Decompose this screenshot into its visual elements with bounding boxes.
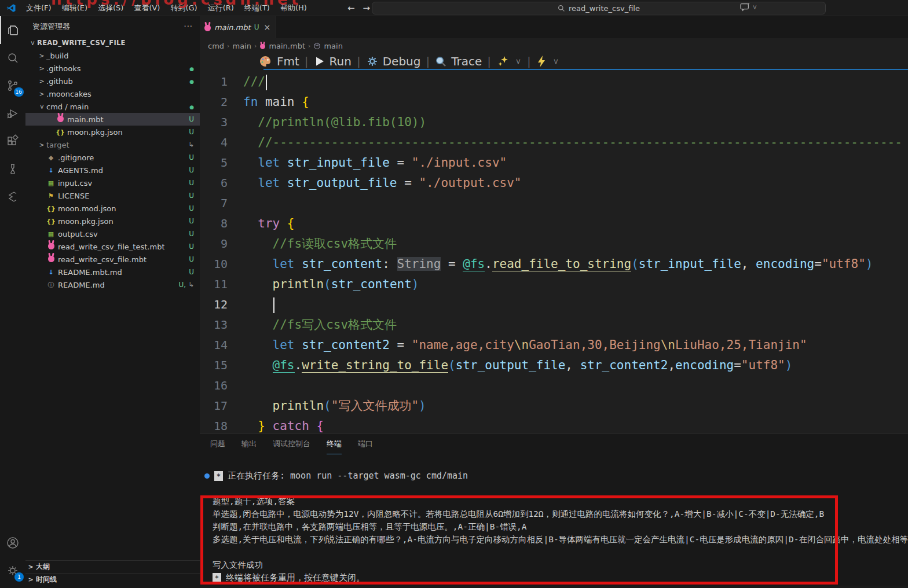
copilot-chat-icon[interactable]: [740, 2, 750, 12]
panel-tab-端口[interactable]: 端口: [358, 433, 373, 454]
search-view-icon[interactable]: [0, 44, 25, 72]
git-modified-dot-icon: ●: [189, 104, 194, 110]
menu-item[interactable]: 运行(R): [203, 3, 239, 12]
account-icon[interactable]: [0, 529, 25, 557]
file-row[interactable]: ◆.gitignoreU: [25, 151, 200, 164]
file-row[interactable]: ↓AGENTS.mdU: [25, 164, 200, 177]
chevron-right-icon[interactable]: >: [37, 90, 46, 98]
run-label: Run: [329, 54, 352, 68]
rabbit-file-icon: [46, 255, 56, 263]
quick-actions-button[interactable]: >: [536, 55, 559, 68]
run-debug-icon[interactable]: [0, 100, 25, 127]
code-line[interactable]: 14 let str_content2 = "name,age,city\nGa…: [200, 335, 908, 355]
terminal-line: 写入文件成功: [213, 558, 908, 571]
file-row[interactable]: >.github●: [25, 75, 200, 87]
source-control-icon[interactable]: 16: [0, 72, 25, 100]
code-line[interactable]: 16: [200, 376, 908, 396]
chevron-right-icon[interactable]: >: [37, 141, 46, 149]
breadcrumb-main-folder[interactable]: main: [232, 42, 251, 50]
nav-back-icon[interactable]: ←: [347, 3, 355, 13]
chevron-down-icon[interactable]: >: [38, 102, 46, 111]
code-line[interactable]: 15 @fs.write_string_to_file(str_output_f…: [200, 355, 908, 376]
file-row[interactable]: >_build: [25, 49, 200, 62]
run-button[interactable]: Run: [314, 54, 352, 68]
code-line[interactable]: 7: [200, 193, 908, 214]
outline-section[interactable]: > 大纲: [25, 560, 200, 573]
panel-tab-终端[interactable]: 终端: [327, 433, 342, 454]
code-editor[interactable]: 1///2fn main {3 //println(@lib.fib(10))4…: [200, 69, 908, 434]
code-text: } catch {: [243, 416, 324, 434]
explorer-more-actions-icon[interactable]: ···: [184, 22, 193, 31]
panel-tab-调试控制台[interactable]: 调试控制台: [273, 433, 310, 454]
file-row[interactable]: main.mbtU: [25, 113, 200, 126]
testing-icon[interactable]: [0, 155, 25, 183]
ai-actions-button[interactable]: >: [496, 54, 522, 68]
explorer-icon[interactable]: [0, 16, 25, 44]
file-row[interactable]: ▦input.csvU: [25, 177, 200, 189]
menu-item[interactable]: 文件(F): [21, 3, 57, 12]
menu-item[interactable]: 查看(V): [129, 3, 165, 12]
file-tree-root[interactable]: >READ_WRITE_CSV_FILE: [25, 36, 200, 49]
chevron-right-icon[interactable]: >: [37, 78, 46, 85]
chevron-right-icon[interactable]: >: [37, 65, 46, 72]
menu-item[interactable]: 转到(G): [165, 3, 202, 12]
extensions-icon[interactable]: [0, 127, 25, 155]
code-line[interactable]: 4 //------------------------------------…: [200, 133, 908, 153]
code-line[interactable]: 5 let str_input_file = "./input.csv": [200, 153, 908, 173]
breadcrumb-symbol[interactable]: main: [324, 42, 342, 50]
copilot-chevron-icon[interactable]: >: [751, 4, 759, 9]
line-number: 16: [200, 376, 243, 396]
settings-gear-icon[interactable]: 1: [0, 557, 25, 585]
chevron-right-icon[interactable]: >: [37, 52, 46, 60]
trace-button[interactable]: Trace: [435, 54, 482, 68]
file-row[interactable]: ⓘREADME.mdU, ↳: [25, 278, 200, 291]
code-line[interactable]: 11 println(str_content): [200, 274, 908, 295]
task-line: 正在执行任务: moon run --target wasm-gc cmd/ma…: [228, 471, 468, 482]
debug-gear-icon: [366, 55, 379, 68]
code-line[interactable]: 8 try {: [200, 214, 908, 234]
file-row[interactable]: read_write_csv_file.mbtU: [25, 253, 200, 266]
file-row[interactable]: >cmd / main●: [25, 100, 200, 113]
file-row[interactable]: ▦output.csvU: [25, 227, 200, 240]
menu-item[interactable]: 选择(S): [93, 3, 129, 12]
file-row[interactable]: read_write_csv_file_test.mbtU: [25, 240, 200, 253]
chevron-down-icon: >: [514, 58, 523, 65]
code-line[interactable]: 17 println("写入文件成功"): [200, 396, 908, 416]
fmt-button[interactable]: Fmt: [258, 54, 299, 68]
tab-close-icon[interactable]: ×: [263, 23, 270, 32]
file-row[interactable]: >target ↳: [25, 138, 200, 151]
code-line[interactable]: 1///: [200, 72, 908, 92]
tab-main-mbt[interactable]: main.mbt U ×: [200, 16, 276, 38]
file-row[interactable]: >.githooks●: [25, 62, 200, 75]
code-line[interactable]: 2fn main {: [200, 92, 908, 112]
code-line[interactable]: 9 //fs读取csv格式文件: [200, 234, 908, 254]
code-line[interactable]: 12: [200, 295, 908, 315]
chevron-down-icon[interactable]: >: [29, 38, 36, 47]
debug-button[interactable]: Debug: [366, 54, 421, 68]
code-line[interactable]: 3 //println(@lib.fib(10)): [200, 112, 908, 133]
vscode-logo-icon: [6, 3, 16, 13]
file-row[interactable]: ⚑LICENSEU: [25, 189, 200, 202]
menu-item[interactable]: 终端(T): [239, 3, 275, 12]
breadcrumb-cmd[interactable]: cmd: [208, 42, 224, 50]
file-row[interactable]: {}moon.mod.jsonU: [25, 202, 200, 215]
breadcrumb-file[interactable]: main.mbt: [269, 42, 305, 50]
panel-tab-问题[interactable]: 问题: [210, 433, 225, 454]
code-line[interactable]: 10 let str_content: String = @fs.read_fi…: [200, 254, 908, 274]
terminal[interactable]: * 正在执行任务: moon run --target wasm-gc cmd/…: [200, 454, 908, 584]
file-row[interactable]: >.mooncakes: [25, 87, 200, 100]
code-line[interactable]: 6 let str_output_file = "./output.csv": [200, 173, 908, 193]
panel-tab-输出[interactable]: 输出: [241, 433, 257, 454]
menu-item[interactable]: 编辑(E): [57, 3, 93, 12]
moonbit-extension-icon[interactable]: [0, 183, 25, 211]
code-line[interactable]: 18 } catch {: [200, 416, 908, 434]
timeline-section[interactable]: > 时间线: [25, 573, 200, 586]
toolbar-separator: |: [527, 54, 531, 68]
file-row[interactable]: {}moon.pkg.jsonU: [25, 215, 200, 227]
json-file-icon: {}: [56, 128, 65, 136]
file-row[interactable]: ↓README.mbt.mdU: [25, 266, 200, 278]
file-row[interactable]: {}moon.pkg.jsonU: [25, 126, 200, 138]
code-line[interactable]: 13 //fs写入csv格式文件: [200, 315, 908, 335]
menu-item[interactable]: 帮助(H): [275, 3, 312, 12]
nav-forward-icon[interactable]: →: [363, 3, 371, 13]
